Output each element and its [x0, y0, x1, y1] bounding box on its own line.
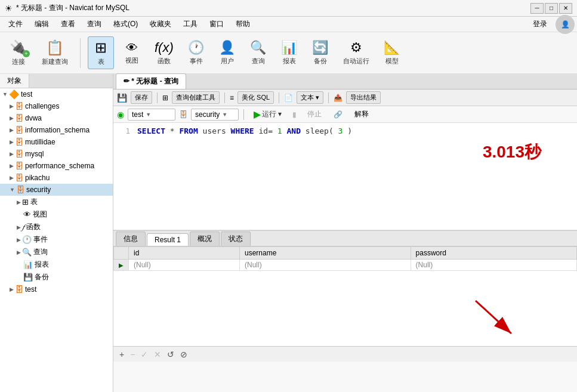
query-toolbar: 💾 保存 ⊞ 查询创建工具 ≡ 美化 SQL 📄 文本 ▾ 📤 导出结果	[113, 89, 577, 106]
add-row-button[interactable]: +	[118, 350, 125, 359]
sidebar-folder-backup[interactable]: 💾 备份	[0, 271, 113, 283]
sidebar-folder-backup-label: 备份	[35, 272, 49, 282]
toolbar-query[interactable]: 🔍 查询	[245, 38, 271, 68]
expand-arrow-dvwa: ▶	[10, 115, 14, 121]
delete-row-button[interactable]: −	[129, 350, 136, 359]
dvwa-icon: 🗄	[15, 113, 23, 123]
sidebar-db-test-root-label: test	[21, 90, 32, 98]
main-layout: 对象 ▼ 🔶 test ▶ 🗄 challenges ▶ 🗄 dvwa ▶ 🗄 …	[0, 74, 577, 392]
run-button[interactable]: ▶ 运行 ▾	[249, 107, 286, 121]
sidebar-db-test[interactable]: ▶ 🗄 test	[0, 283, 113, 295]
toolbar-separator-1	[80, 38, 81, 68]
menu-edit[interactable]: 编辑	[29, 18, 55, 30]
table-folder-icon: ⊞	[22, 197, 29, 206]
sidebar-folder-event[interactable]: ▶ 🕐 事件	[0, 233, 113, 246]
menu-view[interactable]: 查看	[55, 18, 81, 30]
save-button[interactable]: 保存	[131, 91, 152, 104]
user-avatar[interactable]: 👤	[556, 15, 575, 34]
text-icon: 📄	[284, 94, 293, 102]
beautify-sql-button[interactable]: 美化 SQL	[237, 91, 274, 104]
db1-arrow: ▼	[146, 112, 151, 118]
toolbar-new-query[interactable]: 📋 新建查询	[37, 37, 73, 69]
toolbar-user[interactable]: 👤 用户	[214, 38, 240, 68]
toolbar-autorun[interactable]: ⚙ 自动运行	[338, 38, 374, 68]
query-folder-icon: 🔍	[22, 248, 32, 257]
info-schema-icon: 🗄	[15, 125, 23, 135]
table-row: ▶ (Null) (Null) (Null)	[114, 260, 577, 271]
expand-arrow-function: ▶	[17, 224, 21, 230]
refresh-button[interactable]: ↺	[166, 350, 175, 359]
toolbar-model[interactable]: 📐 模型	[379, 38, 405, 68]
result-tab-info[interactable]: 信息	[116, 232, 146, 246]
menu-favorites[interactable]: 收藏夹	[144, 18, 177, 30]
beautify-icon: ≡	[230, 94, 234, 102]
sql-line-1: 1 SELECT * FROM users WHERE id= 1 AND sl…	[118, 126, 572, 135]
sidebar-folder-view[interactable]: 👁 视图	[0, 208, 113, 221]
sidebar-tab-object[interactable]: 对象	[0, 74, 29, 88]
toolbar-backup[interactable]: 🔄 备份	[307, 38, 334, 68]
sidebar-folder-query[interactable]: ▶ 🔍 查询	[0, 246, 113, 258]
explain-button[interactable]: 解释	[350, 108, 374, 121]
sidebar-db-security[interactable]: ▼ 🗄 security	[0, 184, 113, 196]
toolbar-event[interactable]: 🕐 事件	[183, 38, 209, 68]
run-icon: ▶	[254, 109, 261, 120]
sidebar-db-pikachu[interactable]: ▶ 🗄 pikachu	[0, 172, 113, 184]
sidebar-db-mysql[interactable]: ▶ 🗄 mysql	[0, 148, 113, 160]
expand-arrow-event: ▶	[17, 237, 21, 243]
sql-editor[interactable]: 1 SELECT * FROM users WHERE id= 1 AND sl…	[113, 123, 577, 230]
discard-button[interactable]: ✕	[153, 350, 162, 359]
report-folder-icon: 📊	[23, 260, 33, 269]
test-db-icon: 🔶	[9, 89, 19, 99]
result-table: id username password ▶ (Null) (Null) (Nu…	[113, 246, 577, 271]
db-selector-1[interactable]: test ▼	[128, 109, 175, 121]
result-tab-result1[interactable]: Result 1	[147, 233, 189, 246]
sidebar-db-mutillidae[interactable]: ▶ 🗄 mutillidae	[0, 136, 113, 148]
toolbar-view[interactable]: 👁 视图	[119, 39, 145, 67]
qt-sep1	[157, 92, 158, 103]
sidebar-folder-table-label: 表	[30, 197, 38, 207]
toolbar-function[interactable]: f(x) 函数	[150, 38, 178, 68]
expand-arrow-mutillidae: ▶	[10, 139, 14, 145]
stop-button[interactable]: 停止	[303, 108, 326, 121]
menu-format[interactable]: 格式(O)	[107, 18, 144, 30]
sidebar-db-test-root[interactable]: ▼ 🔶 test	[0, 88, 113, 100]
filter-button[interactable]: ⊘	[179, 350, 189, 359]
maximize-button[interactable]: □	[545, 3, 558, 14]
text-button[interactable]: 文本 ▾	[297, 91, 323, 104]
menu-help[interactable]: 帮助	[230, 18, 256, 30]
confirm-button[interactable]: ✓	[140, 350, 149, 359]
expand-arrow-challenges: ▶	[10, 103, 14, 109]
toolbar-new-query-label: 新建查询	[42, 57, 68, 66]
menu-file[interactable]: 文件	[2, 18, 29, 30]
sidebar-db-dvwa[interactable]: ▶ 🗄 dvwa	[0, 112, 113, 124]
backup-folder-icon: 💾	[23, 273, 33, 282]
close-button[interactable]: ✕	[559, 3, 572, 14]
expand-arrow-mysql: ▶	[10, 151, 14, 157]
db-selector-2[interactable]: security ▼	[191, 109, 239, 121]
result-tab-overview[interactable]: 概况	[190, 232, 220, 246]
window-controls: ─ □ ✕	[530, 3, 572, 14]
pikachu-icon: 🗄	[15, 173, 23, 183]
build-query-button[interactable]: 查询创建工具	[172, 91, 220, 104]
result-tab-status[interactable]: 状态	[221, 232, 251, 246]
sidebar-folder-function[interactable]: ▶ 𝑓 函数	[0, 221, 113, 233]
login-button[interactable]: 登录	[527, 18, 553, 30]
sidebar-db-performance-schema[interactable]: ▶ 🗄 performance_schema	[0, 160, 113, 172]
sidebar-db-challenges[interactable]: ▶ 🗄 challenges	[0, 100, 113, 112]
menu-query[interactable]: 查询	[81, 18, 107, 30]
minimize-button[interactable]: ─	[530, 3, 544, 14]
sidebar-folder-table[interactable]: ▶ ⊞ 表	[0, 196, 113, 208]
sidebar-folder-query-label: 查询	[33, 247, 48, 257]
perf-schema-icon: 🗄	[15, 161, 23, 171]
result-bottom-bar: + − ✓ ✕ ↺ ⊘	[113, 346, 577, 362]
toolbar-table[interactable]: ⊞ 表	[88, 36, 114, 69]
menu-tools[interactable]: 工具	[177, 18, 203, 30]
sidebar-db-information-schema[interactable]: ▶ 🗄 information_schema	[0, 124, 113, 136]
sidebar-folder-report[interactable]: 📊 报表	[0, 258, 113, 271]
sidebar-db-challenges-label: challenges	[25, 102, 59, 110]
toolbar-report[interactable]: 📊 报表	[276, 38, 303, 68]
menu-window[interactable]: 窗口	[203, 18, 230, 30]
export-results-button[interactable]: 导出结果	[346, 91, 381, 104]
query-tab[interactable]: ✏ * 无标题 - 查询	[116, 73, 186, 89]
toolbar-connect[interactable]: 🔌 + 连接	[5, 37, 32, 69]
